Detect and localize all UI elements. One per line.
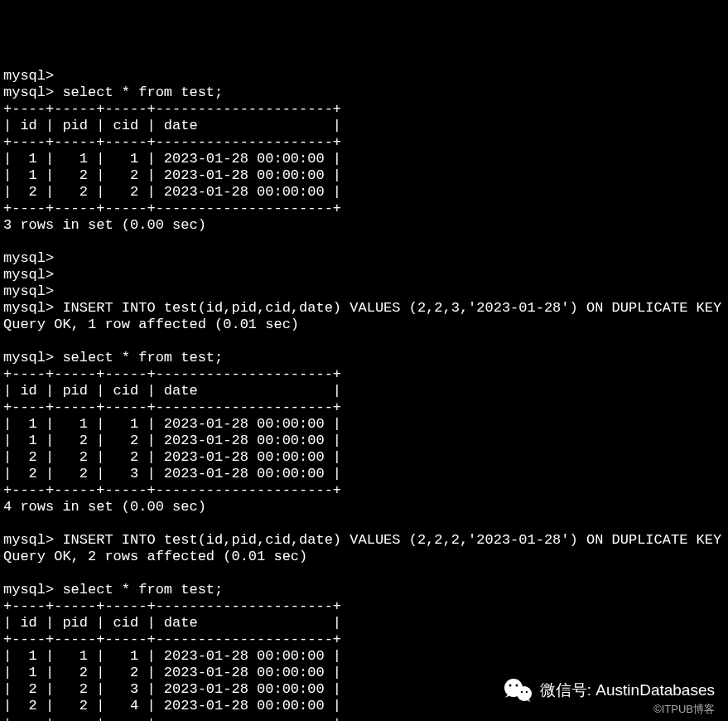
table-header: | id | pid | cid | date | — [3, 615, 341, 631]
sql-query: INSERT INTO test(id,pid,cid,date) VALUES… — [54, 532, 728, 548]
prompt: mysql> — [3, 267, 54, 283]
svg-point-3 — [517, 686, 532, 701]
query-result: Query OK, 2 rows affected (0.01 sec) — [3, 549, 307, 564]
table-row: | 2 | 2 | 3 | 2023-01-28 00:00:00 | — [3, 681, 341, 697]
table-header: | id | pid | cid | date | — [3, 118, 341, 133]
table-row: | 1 | 1 | 1 | 2023-01-28 00:00:00 | — [3, 151, 341, 167]
table-row: | 2 | 2 | 3 | 2023-01-28 00:00:00 | — [3, 466, 341, 481]
sql-query: select * from test; — [62, 582, 223, 598]
table-border: +----+-----+-----+---------------------+ — [3, 631, 341, 647]
svg-point-5 — [526, 691, 528, 693]
svg-point-2 — [515, 685, 518, 687]
terminal-output[interactable]: mysql> mysql> select * from test; +----+… — [3, 68, 725, 721]
prompt: mysql> — [3, 350, 54, 365]
table-row: | 2 | 2 | 2 | 2023-01-28 00:00:00 | — [3, 184, 341, 200]
svg-point-4 — [521, 691, 523, 693]
table-border: +----+-----+-----+---------------------+ — [3, 366, 341, 382]
wechat-icon — [504, 678, 533, 703]
sql-query: select * from test; — [62, 85, 223, 100]
table-border: +----+-----+-----+---------------------+ — [3, 714, 341, 721]
table-border: +----+-----+-----+---------------------+ — [3, 482, 341, 498]
prompt: mysql> — [3, 532, 54, 548]
table-border: +----+-----+-----+---------------------+ — [3, 201, 341, 216]
table-border: +----+-----+-----+---------------------+ — [3, 399, 341, 415]
table-row: | 1 | 2 | 2 | 2023-01-28 00:00:00 | — [3, 433, 341, 448]
table-border: +----+-----+-----+---------------------+ — [3, 598, 341, 614]
watermark-text: 微信号: AustinDatabases — [540, 682, 715, 699]
prompt: mysql> — [3, 582, 54, 598]
result-summary: 4 rows in set (0.00 sec) — [3, 499, 206, 515]
table-border: +----+-----+-----+---------------------+ — [3, 134, 341, 150]
sql-query: select * from test; — [62, 350, 223, 365]
svg-point-1 — [509, 685, 511, 687]
query-result: Query OK, 1 row affected (0.01 sec) — [3, 317, 299, 332]
prompt: mysql> — [3, 283, 54, 299]
table-header: | id | pid | cid | date | — [3, 383, 341, 399]
table-row: | 1 | 1 | 1 | 2023-01-28 00:00:00 | — [3, 648, 341, 664]
watermark: 微信号: AustinDatabases — [504, 678, 715, 703]
watermark-copyright: ©ITPUB博客 — [653, 701, 715, 718]
result-summary: 3 rows in set (0.00 sec) — [3, 217, 206, 233]
prompt: mysql> — [3, 85, 54, 100]
table-row: | 2 | 2 | 4 | 2023-01-28 00:00:00 | — [3, 698, 341, 714]
sql-query: INSERT INTO test(id,pid,cid,date) VALUES… — [54, 300, 728, 316]
table-row: | 2 | 2 | 2 | 2023-01-28 00:00:00 | — [3, 449, 341, 465]
table-border: +----+-----+-----+---------------------+ — [3, 101, 341, 117]
table-row: | 1 | 2 | 2 | 2023-01-28 00:00:00 | — [3, 665, 341, 680]
prompt: mysql> — [3, 250, 54, 266]
table-row: | 1 | 2 | 2 | 2023-01-28 00:00:00 | — [3, 167, 341, 183]
table-row: | 1 | 1 | 1 | 2023-01-28 00:00:00 | — [3, 416, 341, 432]
prompt: mysql> — [3, 300, 54, 316]
prompt: mysql> — [3, 68, 54, 84]
